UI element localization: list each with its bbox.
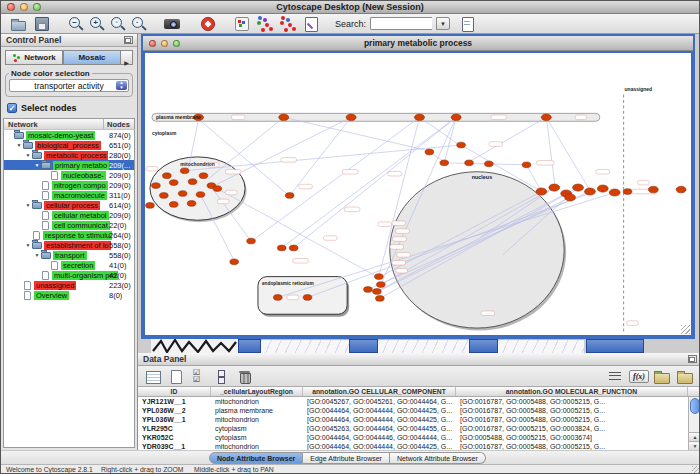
node[interactable] bbox=[373, 289, 382, 295]
table-row[interactable]: YKR052Ccytoplasm[GO:0044464, GO:0044446,… bbox=[138, 433, 700, 442]
tab-node-attribute-browser[interactable]: Node Attribute Browser bbox=[209, 452, 303, 464]
set-attribute-icon[interactable] bbox=[213, 368, 232, 385]
tab-network[interactable]: Network bbox=[5, 50, 63, 65]
node[interactable] bbox=[623, 189, 632, 195]
cell-id[interactable]: YPL036W__2 bbox=[138, 406, 211, 415]
node[interactable] bbox=[522, 162, 531, 168]
network-view-titlebar[interactable]: primary metabolic process bbox=[143, 36, 693, 51]
network-modify-1-icon[interactable] bbox=[256, 15, 275, 32]
select-attributes-icon[interactable] bbox=[144, 368, 163, 385]
scroll-up-icon[interactable]: ▲ bbox=[689, 432, 700, 441]
node[interactable] bbox=[285, 193, 294, 199]
column-header-0[interactable]: ID bbox=[138, 387, 211, 396]
tree-row-transport[interactable]: ▼transport558(0) bbox=[4, 250, 134, 260]
cell-region[interactable]: mitochondrion bbox=[211, 397, 303, 406]
node[interactable] bbox=[230, 259, 239, 265]
menu-icon[interactable] bbox=[606, 368, 625, 385]
tab-edge-attribute-browser[interactable]: Edge Attribute Browser bbox=[303, 452, 390, 464]
expander-icon[interactable]: ▼ bbox=[24, 202, 32, 208]
import-attributes-icon[interactable] bbox=[653, 368, 672, 385]
node[interactable] bbox=[346, 114, 356, 121]
table-row[interactable]: YJR121W__1mitochondrion[GO:0045267, GO:0… bbox=[138, 397, 700, 406]
tree-header-nodes[interactable]: Nodes bbox=[104, 119, 134, 129]
node[interactable] bbox=[152, 183, 161, 189]
cell-cellular-component[interactable]: [GO:0044464, GO:0044444, GO:0044425, G..… bbox=[303, 415, 456, 424]
tree-row-overview[interactable]: Overview8(0) bbox=[4, 290, 134, 300]
zoom-in-icon[interactable] bbox=[88, 15, 105, 32]
open-attributes-icon[interactable] bbox=[676, 368, 695, 385]
resize-grip-icon[interactable] bbox=[692, 466, 700, 474]
node[interactable] bbox=[180, 168, 189, 174]
float-panel-icon[interactable] bbox=[124, 36, 133, 44]
cell-cellular-component[interactable]: [GO:0044464, GO:0044444, GO:0044425, G..… bbox=[303, 406, 456, 415]
resize-grip-icon[interactable] bbox=[681, 325, 690, 334]
expander-icon[interactable]: ▼ bbox=[33, 252, 41, 258]
network-view-window[interactable]: primary metabolic process plasma membran… bbox=[141, 34, 695, 339]
node[interactable] bbox=[597, 185, 608, 192]
node[interactable] bbox=[213, 186, 222, 192]
column-header-3[interactable]: annotation.GO MOLECULAR_FUNCTION bbox=[456, 387, 688, 396]
float-panel-icon[interactable] bbox=[688, 355, 697, 363]
tree-header-network[interactable]: Network bbox=[4, 119, 104, 129]
create-attribute-icon[interactable] bbox=[167, 368, 186, 385]
node[interactable] bbox=[676, 186, 686, 193]
node[interactable] bbox=[425, 149, 434, 155]
tab-network-attribute-browser[interactable]: Network Attribute Browser bbox=[390, 452, 486, 464]
zoom-out-icon[interactable] bbox=[67, 15, 84, 32]
cell-id[interactable]: YJR121W__1 bbox=[138, 397, 211, 406]
node[interactable] bbox=[375, 296, 384, 302]
tree-row-macromolecule[interactable]: macromolecule311(0) bbox=[4, 190, 134, 200]
tree-row-secretion[interactable]: secretion41(0) bbox=[4, 260, 134, 270]
search-input[interactable] bbox=[370, 17, 432, 30]
tree-row-response-to-stimulu[interactable]: response to stimulu264(0) bbox=[4, 230, 134, 240]
network-modify-2-icon[interactable] bbox=[279, 15, 298, 32]
help-icon[interactable] bbox=[198, 15, 217, 32]
expander-icon[interactable]: ▼ bbox=[24, 152, 32, 158]
select-nodes-checkbox[interactable] bbox=[7, 103, 17, 113]
tab-mosaic[interactable]: Mosaic bbox=[63, 50, 121, 65]
node[interactable] bbox=[374, 274, 383, 280]
node[interactable] bbox=[565, 194, 576, 201]
node[interactable] bbox=[196, 192, 205, 198]
cell-id[interactable]: YLR295C bbox=[138, 424, 211, 433]
cell-region[interactable]: mitochondrion bbox=[211, 415, 303, 424]
cell-molecular-function[interactable]: [GO:0016787, GO:0005215, GO:0003824, G..… bbox=[456, 424, 688, 433]
open-icon[interactable] bbox=[9, 15, 28, 32]
expander-icon[interactable]: ▼ bbox=[15, 142, 23, 148]
import-network-icon[interactable] bbox=[458, 15, 477, 32]
cell-region[interactable]: cytoplasm bbox=[211, 424, 303, 433]
cell-cellular-component[interactable]: [GO:0045263, GO:0044464, GO:0044455, G..… bbox=[303, 424, 456, 433]
tree-row-multi-organism-pro[interactable]: multi-organism pro42(0) bbox=[4, 270, 134, 280]
node[interactable] bbox=[609, 189, 620, 196]
node[interactable] bbox=[178, 191, 187, 197]
node[interactable] bbox=[159, 193, 168, 199]
node[interactable] bbox=[541, 114, 551, 121]
cell-cellular-component[interactable]: [GO:0044464, GO:0044446, GO:0044444, G..… bbox=[303, 433, 456, 442]
delete-row-icon[interactable] bbox=[236, 368, 255, 385]
node-color-dropdown[interactable]: transporter activity ▲▼ bbox=[9, 79, 129, 92]
node[interactable] bbox=[247, 238, 256, 244]
cell-molecular-function[interactable]: [GO:0016787, GO:0005488, GO:0005215, G..… bbox=[456, 397, 688, 406]
formula-button[interactable]: f(x) bbox=[629, 370, 649, 383]
node[interactable] bbox=[188, 179, 197, 185]
delete-attribute-icon[interactable] bbox=[190, 368, 209, 385]
scrollbar-thumb[interactable] bbox=[690, 398, 700, 414]
node[interactable] bbox=[199, 173, 208, 179]
node[interactable] bbox=[146, 203, 155, 209]
annotation-icon[interactable] bbox=[233, 15, 252, 32]
node[interactable] bbox=[162, 173, 171, 179]
tree-row-cell-communicat[interactable]: cell communicat22(0) bbox=[4, 220, 134, 230]
node[interactable] bbox=[169, 202, 178, 208]
cell-cellular-component[interactable]: [GO:0045267, GO:0045261, GO:0044464, G..… bbox=[303, 397, 456, 406]
node[interactable] bbox=[364, 287, 373, 293]
node[interactable] bbox=[279, 114, 289, 121]
table-row[interactable]: YPL036W__2plasma membrane[GO:0044464, GO… bbox=[138, 406, 700, 415]
node[interactable] bbox=[289, 245, 298, 251]
cell-region[interactable]: plasma membrane bbox=[211, 406, 303, 415]
tab-overflow-button[interactable] bbox=[121, 50, 133, 65]
node[interactable] bbox=[457, 142, 466, 148]
node[interactable] bbox=[277, 245, 286, 251]
window-titlebar[interactable]: Cytoscape Desktop (New Session) bbox=[1, 1, 699, 14]
node[interactable] bbox=[414, 114, 424, 121]
node[interactable] bbox=[169, 180, 178, 186]
